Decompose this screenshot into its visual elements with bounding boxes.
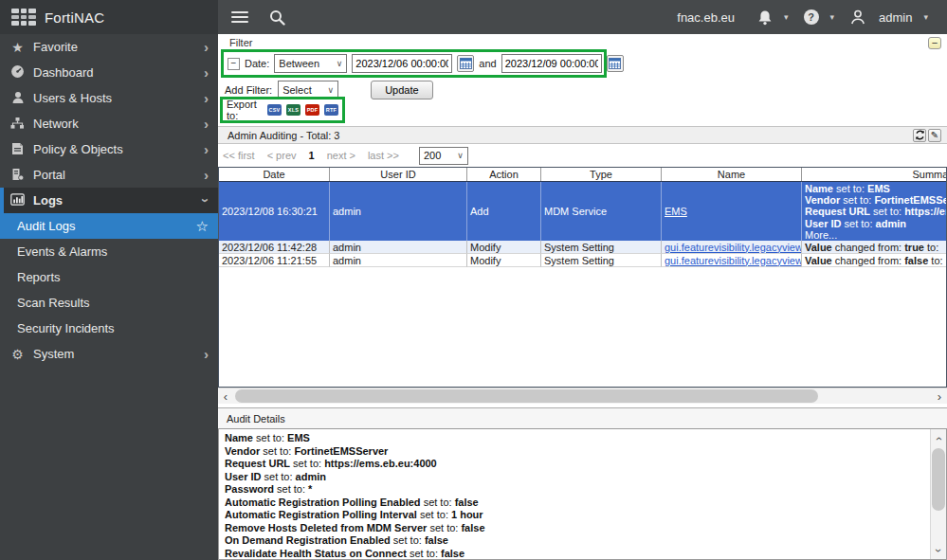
column-header-date[interactable]: Date	[219, 168, 330, 181]
audit-details-body: Name set to: EMS Vendor set to: Fortinet…	[219, 429, 930, 559]
sidebar-item-logs[interactable]: Logs ›	[0, 188, 218, 213]
collapse-filter-panel-button[interactable]: −	[928, 37, 941, 49]
update-button[interactable]: Update	[371, 81, 432, 99]
network-icon	[9, 117, 26, 132]
page-prev-link[interactable]: < prev	[267, 150, 297, 161]
date-from-input[interactable]	[352, 54, 452, 73]
favorite-star-outline-icon[interactable]: ☆	[196, 218, 209, 235]
sidebar-item-events-alarms[interactable]: Events & Alarms	[0, 239, 218, 264]
portal-icon	[9, 168, 26, 183]
calendar-icon[interactable]	[607, 55, 624, 72]
sidebar-item-label: Favorite	[33, 40, 204, 54]
sidebar-item-label: System	[33, 347, 204, 361]
gear-icon: ⚙	[9, 348, 26, 361]
add-filter-label: Add Filter:	[225, 84, 272, 96]
column-header-user-id[interactable]: User ID	[330, 168, 467, 181]
help-caret-icon[interactable]: ▾	[830, 12, 835, 22]
sidebar-item-reports[interactable]: Reports	[0, 264, 218, 290]
export-csv-icon[interactable]: CSV	[267, 104, 282, 116]
star-icon: ★	[9, 41, 26, 54]
cell-summary: Value changed from: true to:	[802, 241, 947, 254]
search-icon[interactable]	[269, 9, 285, 26]
sidebar-item-audit-logs[interactable]: Audit Logs ☆	[0, 213, 218, 239]
edit-columns-pencil-icon[interactable]: ✎	[928, 129, 941, 142]
table-row-selected[interactable]: 2023/12/08 16:30:21 admin Add MDM Servic…	[219, 182, 946, 241]
select-arrow-icon: ∨	[337, 59, 343, 68]
horizontal-scroll-thumb[interactable]	[235, 389, 818, 403]
help-icon[interactable]: ?	[804, 9, 819, 25]
scroll-up-icon[interactable]: ›	[931, 431, 946, 445]
export-to-label: Export to:	[227, 99, 263, 121]
export-rtf-icon[interactable]: RTF	[324, 104, 338, 116]
name-link[interactable]: gui.featurevisibility.legacyview	[665, 242, 802, 253]
summary-line: Vendor set to: FortinetEMSServer	[805, 194, 947, 206]
menu-toggle-icon[interactable]	[231, 11, 248, 23]
sidebar-item-scan-results[interactable]: Scan Results	[0, 290, 218, 316]
cell-user-id: admin	[330, 182, 467, 241]
vertical-scroll-thumb[interactable]	[932, 448, 945, 511]
bell-caret-icon[interactable]: ▾	[784, 12, 789, 22]
column-header-summary[interactable]: Summary	[802, 168, 947, 181]
calendar-icon[interactable]	[457, 55, 474, 72]
audit-details-header: Audit Details	[218, 407, 947, 428]
sidebar-item-system[interactable]: ⚙ System ›	[0, 341, 218, 367]
column-header-type[interactable]: Type	[541, 168, 662, 181]
policy-document-icon	[9, 142, 26, 157]
user-icon	[9, 91, 26, 106]
add-filter-value: Select	[282, 84, 312, 96]
sidebar-item-label: Scan Results	[17, 296, 209, 310]
export-pdf-icon[interactable]: PDF	[305, 104, 319, 116]
user-avatar-icon[interactable]	[849, 9, 866, 26]
more-link[interactable]: More...	[805, 229, 947, 241]
select-arrow-icon: ∨	[457, 151, 464, 160]
sidebar-item-portal[interactable]: Portal ›	[0, 162, 218, 188]
sidebar-item-security-incidents[interactable]: Security Incidents	[0, 316, 218, 341]
date-operator-value: Between	[279, 58, 319, 69]
scroll-right-icon[interactable]: ›	[932, 388, 947, 404]
cell-name: gui.featurevisibility.legacyview	[662, 241, 802, 254]
cell-type: MDM Service	[541, 182, 662, 241]
audit-table: Date User ID Action Type Name Summary 20…	[218, 167, 947, 388]
page-size-select[interactable]: 200 ∨	[419, 147, 468, 165]
detail-line: On Demand Registration Enabled set to: f…	[225, 534, 924, 548]
sidebar-item-label: Portal	[33, 168, 204, 182]
sidebar-item-label: Users & Hosts	[33, 91, 204, 105]
detail-line: Automatic Registration Polling Enabled s…	[225, 497, 924, 510]
column-header-name[interactable]: Name	[662, 168, 802, 181]
vertical-scrollbar[interactable]: › ›	[930, 429, 946, 559]
table-row[interactable]: 2023/12/06 11:21:55 admin Modify System …	[219, 254, 946, 267]
date-to-input[interactable]	[501, 54, 602, 73]
notifications-bell-icon[interactable]	[757, 9, 773, 26]
name-link[interactable]: EMS	[665, 206, 687, 217]
annotation-export: Export to: CSV XLS PDF RTF	[220, 97, 345, 123]
sidebar-item-users-hosts[interactable]: Users & Hosts ›	[0, 85, 218, 111]
sidebar-item-policy-objects[interactable]: Policy & Objects ›	[0, 136, 218, 162]
scroll-down-icon[interactable]: ›	[931, 543, 946, 557]
table-row[interactable]: 2023/12/06 11:42:28 admin Modify System …	[219, 241, 946, 254]
page-first-link[interactable]: << first	[223, 150, 255, 161]
chevron-right-icon: ›	[204, 117, 209, 131]
sidebar-item-label: Dashboard	[33, 65, 204, 80]
scroll-left-icon[interactable]: ‹	[218, 388, 233, 404]
sidebar-item-label: Audit Logs	[17, 219, 196, 233]
sidebar-item-network[interactable]: Network ›	[0, 111, 218, 136]
export-excel-icon[interactable]: XLS	[286, 104, 300, 116]
chevron-right-icon: ›	[204, 142, 209, 156]
date-operator-select[interactable]: Between ∨	[274, 54, 347, 73]
cell-user-id: admin	[330, 241, 467, 254]
sidebar-item-label: Reports	[17, 270, 209, 284]
horizontal-scrollbar[interactable]: ‹ ›	[218, 388, 947, 404]
sidebar-item-favorite[interactable]: ★ Favorite ›	[0, 34, 218, 60]
name-link[interactable]: gui.featurevisibility.legacyview	[665, 255, 802, 266]
brand-area[interactable]: FortiNAC	[0, 0, 218, 34]
page-next-link[interactable]: next >	[327, 150, 355, 161]
sidebar-item-dashboard[interactable]: Dashboard ›	[0, 60, 218, 85]
remove-date-filter-button[interactable]: −	[228, 58, 240, 70]
column-header-action[interactable]: Action	[467, 168, 541, 181]
user-caret-icon[interactable]: ▾	[923, 12, 928, 22]
chevron-right-icon: ›	[204, 347, 209, 361]
chevron-right-icon: ›	[204, 40, 209, 54]
topbar: FortiNAC fnac.eb.eu ▾ ? ▾	[0, 0, 947, 34]
refresh-icon[interactable]	[913, 129, 926, 142]
page-last-link[interactable]: last >>	[368, 150, 399, 161]
